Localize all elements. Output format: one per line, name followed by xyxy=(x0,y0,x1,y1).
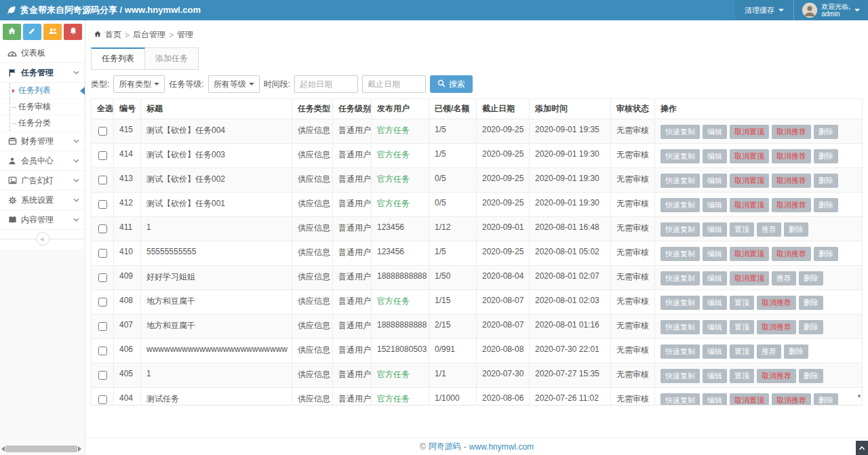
sidebar-item-system[interactable]: 系统设置 xyxy=(0,191,85,210)
action-button-快速复制[interactable]: 快速复制 xyxy=(660,344,700,359)
action-button-快速复制[interactable]: 快速复制 xyxy=(660,320,700,334)
action-button-删除[interactable]: 删除 xyxy=(814,149,838,163)
action-button-快速复制[interactable]: 快速复制 xyxy=(660,198,700,212)
action-button-删除[interactable]: 删除 xyxy=(799,271,823,285)
action-button-删除[interactable]: 删除 xyxy=(784,222,808,237)
sidebar-collapse-button[interactable]: « xyxy=(36,232,50,245)
table-scrollbar-down-arrow[interactable]: ▼ xyxy=(856,393,862,399)
action-button-快速复制[interactable]: 快速复制 xyxy=(660,369,700,383)
type-select[interactable]: 所有类型 xyxy=(113,75,165,93)
row-checkbox[interactable] xyxy=(98,322,107,331)
end-date-input[interactable] xyxy=(362,75,426,93)
action-button-置顶[interactable]: 置顶 xyxy=(730,222,754,237)
start-date-input[interactable] xyxy=(294,75,358,93)
action-button-取消置顶[interactable]: 取消置顶 xyxy=(730,125,769,139)
row-checkbox[interactable] xyxy=(98,395,107,404)
action-button-置顶[interactable]: 置顶 xyxy=(730,344,754,359)
sidebar-item-task[interactable]: 任务管理 xyxy=(0,63,85,83)
action-button-置顶[interactable]: 置顶 xyxy=(730,296,754,310)
sidebar-subitem-任务审核[interactable]: –任务审核 xyxy=(0,99,85,115)
action-button-删除[interactable]: 删除 xyxy=(814,174,838,188)
breadcrumb-item[interactable]: 首页 xyxy=(105,29,121,41)
action-button-取消置顶[interactable]: 取消置顶 xyxy=(730,393,769,405)
action-button-取消推荐[interactable]: 取消推荐 xyxy=(757,369,796,383)
action-button-删除[interactable]: 删除 xyxy=(814,125,838,139)
action-button-取消置顶[interactable]: 取消置顶 xyxy=(730,271,769,285)
row-checkbox[interactable] xyxy=(98,127,107,136)
scroll-to-top-button[interactable] xyxy=(856,441,868,455)
sidebar-item-dashboard[interactable]: 仪表板 xyxy=(0,43,85,63)
scrollbar-right-arrow[interactable] xyxy=(78,446,81,452)
action-button-删除[interactable]: 删除 xyxy=(784,344,808,359)
row-checkbox[interactable] xyxy=(98,176,107,184)
action-button-快速复制[interactable]: 快速复制 xyxy=(660,125,700,139)
sidebar-item-member[interactable]: 会员中心 xyxy=(0,151,85,171)
row-checkbox[interactable] xyxy=(98,200,107,209)
action-button-删除[interactable]: 删除 xyxy=(799,296,823,310)
action-button-取消置顶[interactable]: 取消置顶 xyxy=(730,174,769,188)
sidebar-horizontal-scrollbar[interactable] xyxy=(1,445,81,452)
action-button-取消推荐[interactable]: 取消推荐 xyxy=(772,125,811,139)
action-button-删除[interactable]: 删除 xyxy=(814,393,838,405)
search-button[interactable]: 搜索 xyxy=(430,75,473,93)
tab-任务列表[interactable]: 任务列表 xyxy=(91,47,145,70)
quick-home-button[interactable] xyxy=(3,24,21,40)
action-button-取消推荐[interactable]: 取消推荐 xyxy=(772,393,811,405)
clear-cache-button[interactable]: 清理缓存 xyxy=(735,0,793,20)
scrollbar-track[interactable] xyxy=(5,446,77,452)
action-button-取消推荐[interactable]: 取消推荐 xyxy=(757,296,796,310)
sidebar-item-ads[interactable]: 广告幻灯 xyxy=(0,171,85,191)
action-button-快速复制[interactable]: 快速复制 xyxy=(660,247,700,261)
row-checkbox[interactable] xyxy=(98,273,107,282)
action-button-取消置顶[interactable]: 取消置顶 xyxy=(730,149,769,163)
quick-pencil-button[interactable] xyxy=(23,24,41,40)
level-select[interactable]: 所有等级 xyxy=(208,75,260,93)
action-button-取消置顶[interactable]: 取消置顶 xyxy=(730,198,769,212)
row-checkbox[interactable] xyxy=(98,371,107,380)
action-button-取消推荐[interactable]: 取消推荐 xyxy=(772,149,811,163)
action-button-编辑[interactable]: 编辑 xyxy=(703,271,727,285)
user-menu[interactable]: 欢迎光临, admin xyxy=(793,0,868,20)
sidebar-subitem-任务分类[interactable]: –任务分类 xyxy=(0,115,85,132)
action-button-快速复制[interactable]: 快速复制 xyxy=(660,222,700,237)
breadcrumb-item[interactable]: 后台管理 xyxy=(133,29,165,41)
action-button-快速复制[interactable]: 快速复制 xyxy=(660,174,700,188)
action-button-编辑[interactable]: 编辑 xyxy=(703,174,727,188)
scrollbar-thumb[interactable] xyxy=(5,446,77,452)
footer-site-link[interactable]: 阿奇源码 xyxy=(429,441,461,452)
sidebar-item-finance[interactable]: 财务管理 xyxy=(0,132,85,151)
action-button-编辑[interactable]: 编辑 xyxy=(703,247,727,261)
footer-url-link[interactable]: www.hnymwl.com xyxy=(469,442,534,452)
row-checkbox[interactable] xyxy=(98,347,107,355)
action-button-编辑[interactable]: 编辑 xyxy=(703,344,727,359)
row-checkbox[interactable] xyxy=(98,249,107,258)
action-button-编辑[interactable]: 编辑 xyxy=(703,369,727,383)
action-button-取消推荐[interactable]: 取消推荐 xyxy=(757,320,796,334)
action-button-快速复制[interactable]: 快速复制 xyxy=(660,271,700,285)
action-button-取消推荐[interactable]: 取消推荐 xyxy=(772,174,811,188)
row-checkbox[interactable] xyxy=(98,298,107,306)
action-button-推荐[interactable]: 推荐 xyxy=(772,271,796,285)
action-button-编辑[interactable]: 编辑 xyxy=(703,296,727,310)
action-button-置顶[interactable]: 置顶 xyxy=(730,369,754,383)
sidebar-item-content[interactable]: 内容管理 xyxy=(0,210,85,230)
quick-users-button[interactable] xyxy=(43,24,62,40)
action-button-推荐[interactable]: 推荐 xyxy=(757,344,781,359)
scrollbar-left-arrow[interactable] xyxy=(1,446,5,452)
tab-添加任务[interactable]: 添加任务 xyxy=(145,47,199,70)
action-button-删除[interactable]: 删除 xyxy=(799,369,823,383)
action-button-快速复制[interactable]: 快速复制 xyxy=(660,149,700,163)
action-button-删除[interactable]: 删除 xyxy=(799,320,823,334)
action-button-快速复制[interactable]: 快速复制 xyxy=(660,393,700,405)
action-button-快速复制[interactable]: 快速复制 xyxy=(660,296,700,310)
action-button-编辑[interactable]: 编辑 xyxy=(703,393,727,405)
action-button-取消置顶[interactable]: 取消置顶 xyxy=(730,247,769,261)
action-button-删除[interactable]: 删除 xyxy=(814,247,838,261)
action-button-置顶[interactable]: 置顶 xyxy=(730,320,754,334)
row-checkbox[interactable] xyxy=(98,151,107,160)
action-button-编辑[interactable]: 编辑 xyxy=(703,222,727,237)
action-button-取消推荐[interactable]: 取消推荐 xyxy=(772,247,811,261)
action-button-推荐[interactable]: 推荐 xyxy=(757,222,781,237)
action-button-编辑[interactable]: 编辑 xyxy=(703,198,727,212)
quick-bell-button[interactable] xyxy=(64,24,82,40)
